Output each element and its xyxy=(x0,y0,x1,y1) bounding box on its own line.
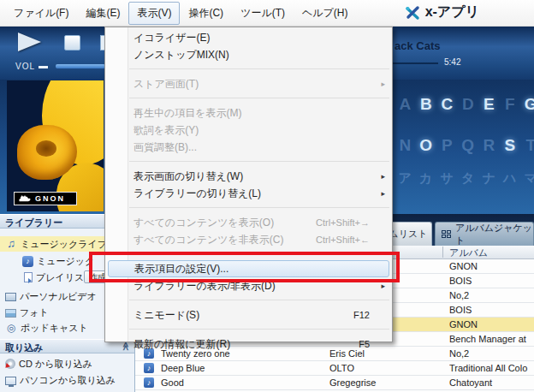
music-square-icon: ♪ xyxy=(22,256,33,267)
app-logo-text: x-アプリ xyxy=(425,3,479,21)
index-letter[interactable]: ハ xyxy=(500,170,521,187)
menu-separator xyxy=(129,68,389,69)
podcast-icon: ◎ xyxy=(5,322,17,334)
menu-item: 歌詞を表示(Y) xyxy=(105,122,392,139)
index-letter[interactable]: D xyxy=(458,95,479,114)
menu-item-label: ミニモード(S) xyxy=(134,308,353,323)
sidebar-item[interactable]: パソコンから取り込み xyxy=(0,372,134,388)
annotation-rectangle xyxy=(89,252,400,282)
x-appli-logo-icon xyxy=(405,5,420,21)
video-icon xyxy=(5,293,16,301)
menu-separator xyxy=(129,207,389,208)
submenu-arrow-icon: ▸ xyxy=(381,80,385,88)
flower-center xyxy=(36,140,56,157)
track-album: Traditional All Colo xyxy=(449,363,534,373)
index-letter[interactable]: ア xyxy=(395,170,416,187)
track-note-icon: ♪ xyxy=(144,377,154,388)
progress-bar[interactable] xyxy=(389,62,438,64)
menu-item[interactable]: イコライザー(E) xyxy=(105,29,392,46)
menu-item: すべてのコンテンツを非表示(C)Ctrl+Shift+← xyxy=(105,231,392,248)
menubar-item[interactable]: 操作(C) xyxy=(180,2,232,25)
menu-item-label: ライブラリーの切り替え(L) xyxy=(134,187,370,201)
index-letter[interactable]: C xyxy=(436,95,458,114)
menu-item-label: 再生中の項目を表示(M) xyxy=(134,106,370,121)
track-album: GNON xyxy=(449,319,534,330)
volume-knob[interactable] xyxy=(39,66,48,68)
index-row: アカサタナハマ xyxy=(395,170,534,187)
cat-icon xyxy=(18,194,32,203)
index-letter[interactable]: B xyxy=(416,95,437,114)
menubar-item[interactable]: 編集(E) xyxy=(77,2,128,25)
menu-item-label: イコライザー(E) xyxy=(134,31,370,45)
elapsed-time: 5:42 xyxy=(444,57,460,67)
index-letter[interactable]: O xyxy=(416,136,437,155)
track-note-icon: ♪ xyxy=(144,363,154,373)
artist-badge: GNON xyxy=(14,192,77,205)
column-separator xyxy=(442,246,443,258)
track-album: No,2 xyxy=(449,348,534,359)
menu-bar: ファイル(F)編集(E)表示(V)操作(C)ツール(T)ヘルプ(H) x-アプリ xyxy=(0,0,534,27)
album-column-header[interactable]: アルバム xyxy=(449,246,488,259)
menu-separator xyxy=(129,329,389,330)
sidebar-item-label: ポッドキャスト xyxy=(21,322,88,335)
index-letter[interactable]: F xyxy=(500,95,521,114)
track-title: Deep Blue xyxy=(161,363,323,373)
view-menu-dropdown: イコライザー(E)ノンストップMIX(N)ストア画面(T)▸再生中の項目を表示(… xyxy=(104,27,393,342)
index-letter[interactable]: E xyxy=(478,95,500,114)
menu-item[interactable]: 表示画面の切り替え(W)▸ xyxy=(105,168,392,185)
sidebar-item-label: CD から取り込み xyxy=(19,358,92,371)
index-letter[interactable]: サ xyxy=(436,170,458,187)
tab-album-jacket[interactable]: アルバムジャケット xyxy=(435,222,534,246)
index-letter[interactable]: Q xyxy=(458,136,479,155)
menubar-item[interactable]: ファイル(F) xyxy=(5,2,77,25)
index-row: NOPQRST xyxy=(395,136,534,155)
submenu-arrow-icon: ▸ xyxy=(381,282,385,290)
menu-item-label: 歌詞を表示(Y) xyxy=(134,123,370,138)
menu-separator xyxy=(129,98,389,98)
menu-item[interactable]: ミニモード(S)F12 xyxy=(105,306,392,324)
menubar-item[interactable]: ヘルプ(H) xyxy=(294,2,357,25)
index-letter[interactable]: P xyxy=(436,136,458,155)
index-letter[interactable]: S xyxy=(500,136,521,155)
album-art: GNON xyxy=(7,80,104,211)
index-letter[interactable]: N xyxy=(395,136,416,155)
track-title: Good xyxy=(161,377,323,388)
index-letter[interactable]: マ xyxy=(520,170,534,187)
sidebar-item[interactable]: CD から取り込み xyxy=(0,356,134,371)
menu-item-label: 最新の情報に更新(R) xyxy=(134,337,359,352)
index-letter[interactable]: G xyxy=(520,95,534,114)
menubar-item[interactable]: ツール(T) xyxy=(232,2,294,25)
index-letter[interactable]: A xyxy=(395,95,416,114)
playlist-icon xyxy=(24,272,33,282)
menu-item-label: すべてのコンテンツを表示(O) xyxy=(134,216,316,230)
track-row[interactable]: ♪Deep BlueOLTOTraditional All Colo xyxy=(135,361,534,376)
index-letter[interactable]: R xyxy=(478,136,500,155)
menu-item-shortcut: Ctrl+Shift+← xyxy=(316,235,370,245)
album-jacket-grid-icon xyxy=(442,230,451,238)
index-letter[interactable]: タ xyxy=(458,170,479,187)
menu-item[interactable]: 最新の情報に更新(R)F5 xyxy=(105,336,392,353)
play-button[interactable] xyxy=(18,33,41,51)
stop-button[interactable] xyxy=(64,35,80,50)
menu-item-label: ストア画面(T) xyxy=(134,77,370,92)
index-letter[interactable]: カ xyxy=(416,170,437,187)
track-row[interactable]: ♪GoodGregegriseChatoyant xyxy=(135,376,534,390)
menubar-item[interactable]: 表示(V) xyxy=(128,2,180,25)
tab-album-jacket-label: アルバムジャケット xyxy=(455,222,533,246)
sidebar-item-label: ミュージック xyxy=(37,255,94,268)
track-artist: OLTO xyxy=(329,363,445,373)
index-letter[interactable]: T xyxy=(520,136,534,155)
menu-item[interactable]: ライブラリーの切り替え(L)▸ xyxy=(105,185,392,202)
menu-item-shortcut: Ctrl+Shift+→ xyxy=(316,217,370,228)
menu-item-label: ノンストップMIX(N) xyxy=(134,48,370,62)
menu-item[interactable]: ノンストップMIX(N) xyxy=(105,46,392,63)
volume-slider[interactable] xyxy=(56,64,105,68)
track-album: Bench Manager at xyxy=(449,334,534,344)
menu-item-shortcut: F12 xyxy=(353,310,370,320)
submenu-arrow-icon: ▸ xyxy=(381,189,385,198)
volume-label: VOL xyxy=(15,62,35,71)
submenu-arrow-icon: ▸ xyxy=(381,172,385,181)
track-album: BOIS xyxy=(449,276,534,286)
now-playing-title: ack Cats xyxy=(395,39,440,52)
index-letter[interactable]: ナ xyxy=(478,170,500,187)
